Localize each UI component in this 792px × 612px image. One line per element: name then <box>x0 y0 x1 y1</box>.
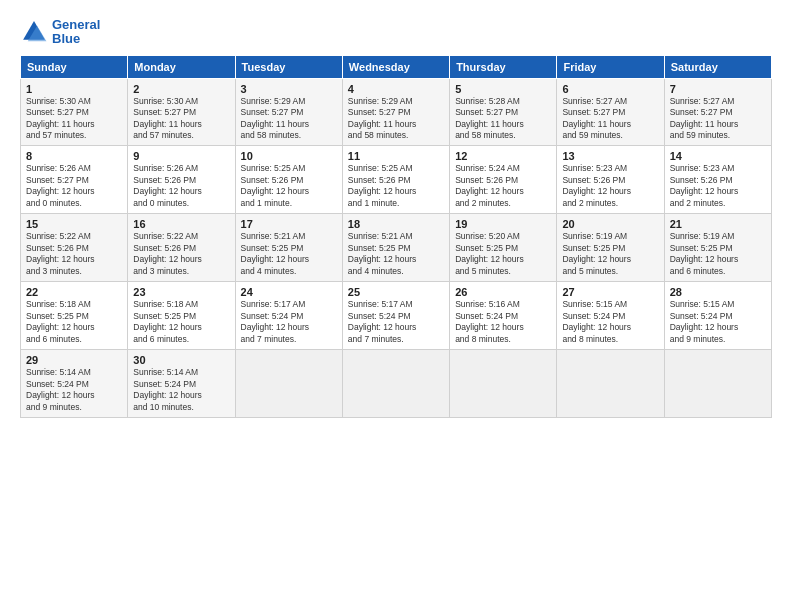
calendar-cell: 13Sunrise: 5:23 AMSunset: 5:26 PMDayligh… <box>557 146 664 214</box>
day-info: Sunrise: 5:21 AMSunset: 5:25 PMDaylight:… <box>348 231 444 277</box>
calendar-cell: 17Sunrise: 5:21 AMSunset: 5:25 PMDayligh… <box>235 214 342 282</box>
day-number: 20 <box>562 218 658 230</box>
day-number: 23 <box>133 286 229 298</box>
day-info: Sunrise: 5:19 AMSunset: 5:25 PMDaylight:… <box>562 231 658 277</box>
day-number: 11 <box>348 150 444 162</box>
calendar-cell: 12Sunrise: 5:24 AMSunset: 5:26 PMDayligh… <box>450 146 557 214</box>
header-row: Sunday Monday Tuesday Wednesday Thursday… <box>21 55 772 78</box>
day-info: Sunrise: 5:22 AMSunset: 5:26 PMDaylight:… <box>133 231 229 277</box>
day-info: Sunrise: 5:28 AMSunset: 5:27 PMDaylight:… <box>455 96 551 142</box>
day-number: 2 <box>133 83 229 95</box>
day-info: Sunrise: 5:16 AMSunset: 5:24 PMDaylight:… <box>455 299 551 345</box>
logo: General Blue <box>20 18 100 47</box>
col-saturday: Saturday <box>664 55 771 78</box>
day-info: Sunrise: 5:15 AMSunset: 5:24 PMDaylight:… <box>562 299 658 345</box>
day-info: Sunrise: 5:24 AMSunset: 5:26 PMDaylight:… <box>455 163 551 209</box>
day-info: Sunrise: 5:14 AMSunset: 5:24 PMDaylight:… <box>133 367 229 413</box>
day-number: 4 <box>348 83 444 95</box>
col-tuesday: Tuesday <box>235 55 342 78</box>
day-number: 15 <box>26 218 122 230</box>
calendar-row: 22Sunrise: 5:18 AMSunset: 5:25 PMDayligh… <box>21 282 772 350</box>
day-number: 26 <box>455 286 551 298</box>
calendar-cell <box>664 350 771 418</box>
calendar-cell: 8Sunrise: 5:26 AMSunset: 5:27 PMDaylight… <box>21 146 128 214</box>
day-number: 9 <box>133 150 229 162</box>
day-info: Sunrise: 5:18 AMSunset: 5:25 PMDaylight:… <box>26 299 122 345</box>
day-info: Sunrise: 5:18 AMSunset: 5:25 PMDaylight:… <box>133 299 229 345</box>
calendar-cell: 27Sunrise: 5:15 AMSunset: 5:24 PMDayligh… <box>557 282 664 350</box>
logo-text: General Blue <box>52 18 100 47</box>
calendar-table: Sunday Monday Tuesday Wednesday Thursday… <box>20 55 772 418</box>
day-number: 10 <box>241 150 337 162</box>
day-number: 13 <box>562 150 658 162</box>
day-number: 22 <box>26 286 122 298</box>
calendar-cell: 16Sunrise: 5:22 AMSunset: 5:26 PMDayligh… <box>128 214 235 282</box>
calendar-cell: 14Sunrise: 5:23 AMSunset: 5:26 PMDayligh… <box>664 146 771 214</box>
calendar-row: 15Sunrise: 5:22 AMSunset: 5:26 PMDayligh… <box>21 214 772 282</box>
day-info: Sunrise: 5:29 AMSunset: 5:27 PMDaylight:… <box>348 96 444 142</box>
calendar-row: 1Sunrise: 5:30 AMSunset: 5:27 PMDaylight… <box>21 78 772 146</box>
col-friday: Friday <box>557 55 664 78</box>
day-info: Sunrise: 5:30 AMSunset: 5:27 PMDaylight:… <box>133 96 229 142</box>
calendar-cell <box>342 350 449 418</box>
logo-icon <box>20 18 48 46</box>
calendar-cell: 18Sunrise: 5:21 AMSunset: 5:25 PMDayligh… <box>342 214 449 282</box>
day-number: 5 <box>455 83 551 95</box>
day-info: Sunrise: 5:17 AMSunset: 5:24 PMDaylight:… <box>348 299 444 345</box>
day-number: 21 <box>670 218 766 230</box>
day-number: 12 <box>455 150 551 162</box>
calendar-page: General Blue Sunday Monday Tuesday Wedne… <box>0 0 792 612</box>
calendar-cell: 21Sunrise: 5:19 AMSunset: 5:25 PMDayligh… <box>664 214 771 282</box>
day-number: 6 <box>562 83 658 95</box>
calendar-cell <box>557 350 664 418</box>
calendar-cell: 24Sunrise: 5:17 AMSunset: 5:24 PMDayligh… <box>235 282 342 350</box>
calendar-cell: 19Sunrise: 5:20 AMSunset: 5:25 PMDayligh… <box>450 214 557 282</box>
day-number: 7 <box>670 83 766 95</box>
day-number: 24 <box>241 286 337 298</box>
calendar-cell: 25Sunrise: 5:17 AMSunset: 5:24 PMDayligh… <box>342 282 449 350</box>
day-info: Sunrise: 5:17 AMSunset: 5:24 PMDaylight:… <box>241 299 337 345</box>
day-number: 19 <box>455 218 551 230</box>
day-info: Sunrise: 5:23 AMSunset: 5:26 PMDaylight:… <box>670 163 766 209</box>
day-info: Sunrise: 5:25 AMSunset: 5:26 PMDaylight:… <box>241 163 337 209</box>
day-info: Sunrise: 5:23 AMSunset: 5:26 PMDaylight:… <box>562 163 658 209</box>
day-info: Sunrise: 5:29 AMSunset: 5:27 PMDaylight:… <box>241 96 337 142</box>
day-number: 18 <box>348 218 444 230</box>
day-number: 3 <box>241 83 337 95</box>
calendar-cell: 22Sunrise: 5:18 AMSunset: 5:25 PMDayligh… <box>21 282 128 350</box>
day-number: 1 <box>26 83 122 95</box>
day-number: 17 <box>241 218 337 230</box>
calendar-cell: 5Sunrise: 5:28 AMSunset: 5:27 PMDaylight… <box>450 78 557 146</box>
calendar-cell <box>450 350 557 418</box>
col-thursday: Thursday <box>450 55 557 78</box>
calendar-cell: 7Sunrise: 5:27 AMSunset: 5:27 PMDaylight… <box>664 78 771 146</box>
calendar-row: 29Sunrise: 5:14 AMSunset: 5:24 PMDayligh… <box>21 350 772 418</box>
calendar-cell: 4Sunrise: 5:29 AMSunset: 5:27 PMDaylight… <box>342 78 449 146</box>
calendar-cell: 9Sunrise: 5:26 AMSunset: 5:26 PMDaylight… <box>128 146 235 214</box>
day-info: Sunrise: 5:14 AMSunset: 5:24 PMDaylight:… <box>26 367 122 413</box>
calendar-cell: 3Sunrise: 5:29 AMSunset: 5:27 PMDaylight… <box>235 78 342 146</box>
day-info: Sunrise: 5:15 AMSunset: 5:24 PMDaylight:… <box>670 299 766 345</box>
calendar-cell: 1Sunrise: 5:30 AMSunset: 5:27 PMDaylight… <box>21 78 128 146</box>
calendar-cell: 10Sunrise: 5:25 AMSunset: 5:26 PMDayligh… <box>235 146 342 214</box>
day-info: Sunrise: 5:27 AMSunset: 5:27 PMDaylight:… <box>562 96 658 142</box>
calendar-cell: 20Sunrise: 5:19 AMSunset: 5:25 PMDayligh… <box>557 214 664 282</box>
day-number: 28 <box>670 286 766 298</box>
col-monday: Monday <box>128 55 235 78</box>
calendar-cell: 6Sunrise: 5:27 AMSunset: 5:27 PMDaylight… <box>557 78 664 146</box>
calendar-cell: 28Sunrise: 5:15 AMSunset: 5:24 PMDayligh… <box>664 282 771 350</box>
header: General Blue <box>20 18 772 47</box>
calendar-cell: 2Sunrise: 5:30 AMSunset: 5:27 PMDaylight… <box>128 78 235 146</box>
day-info: Sunrise: 5:27 AMSunset: 5:27 PMDaylight:… <box>670 96 766 142</box>
day-info: Sunrise: 5:30 AMSunset: 5:27 PMDaylight:… <box>26 96 122 142</box>
day-number: 14 <box>670 150 766 162</box>
day-number: 27 <box>562 286 658 298</box>
calendar-cell: 11Sunrise: 5:25 AMSunset: 5:26 PMDayligh… <box>342 146 449 214</box>
calendar-cell: 29Sunrise: 5:14 AMSunset: 5:24 PMDayligh… <box>21 350 128 418</box>
day-number: 25 <box>348 286 444 298</box>
calendar-cell: 30Sunrise: 5:14 AMSunset: 5:24 PMDayligh… <box>128 350 235 418</box>
day-info: Sunrise: 5:26 AMSunset: 5:27 PMDaylight:… <box>26 163 122 209</box>
day-info: Sunrise: 5:19 AMSunset: 5:25 PMDaylight:… <box>670 231 766 277</box>
calendar-cell: 26Sunrise: 5:16 AMSunset: 5:24 PMDayligh… <box>450 282 557 350</box>
day-info: Sunrise: 5:20 AMSunset: 5:25 PMDaylight:… <box>455 231 551 277</box>
